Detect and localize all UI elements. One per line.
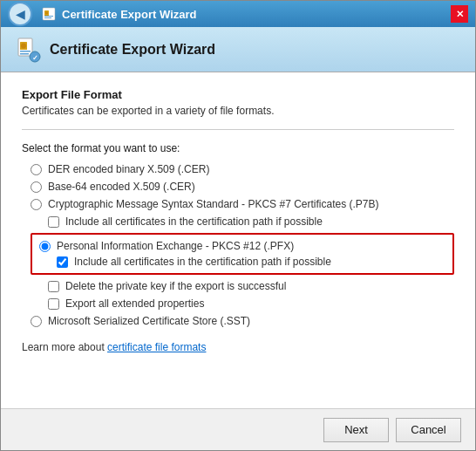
- label-delete-key: Delete the private key if the export is …: [65, 280, 286, 292]
- svg-rect-8: [20, 51, 31, 52]
- certificate-export-wizard-window: ◀ Certificate Export Wizard ✕ ✓ Certific…: [0, 0, 476, 451]
- radio-pkcs7[interactable]: [31, 199, 42, 210]
- checkbox-delete-key[interactable]: [48, 281, 59, 292]
- wizard-content: Export File Format Certificates can be e…: [1, 72, 475, 408]
- checkbox-include-pfx[interactable]: [57, 256, 68, 268]
- options-list: DER encoded binary X.509 (.CER) Base-64 …: [31, 163, 454, 327]
- label-base64: Base-64 encoded X.509 (.CER): [48, 181, 195, 193]
- svg-rect-3: [44, 16, 53, 17]
- label-export-extended: Export all extended properties: [65, 297, 204, 310]
- svg-text:✓: ✓: [32, 54, 38, 62]
- radio-pfx[interactable]: [39, 241, 51, 252]
- label-pfx: Personal Information Exchange - PKCS #12…: [57, 240, 294, 252]
- label-sst: Microsoft Serialized Certificate Store (…: [48, 315, 250, 327]
- select-label: Select the format you want to use:: [22, 142, 454, 154]
- wizard-header-title: Certificate Export Wizard: [50, 42, 215, 58]
- option-delete-key: Delete the private key if the export is …: [48, 280, 454, 292]
- certificate-formats-link[interactable]: certificate file formats: [107, 341, 206, 353]
- option-sst: Microsoft Serialized Certificate Store (…: [31, 315, 454, 327]
- learn-more-section: Learn more about certificate file format…: [22, 341, 454, 353]
- wizard-title-icon: [41, 6, 57, 22]
- option-pfx: Personal Information Exchange - PKCS #12…: [39, 240, 445, 252]
- svg-rect-4: [44, 17, 51, 18]
- next-button[interactable]: Next: [323, 418, 389, 442]
- wizard-footer: Next Cancel: [1, 408, 475, 450]
- header-bar: ✓ Certificate Export Wizard: [1, 27, 475, 72]
- option-der: DER encoded binary X.509 (.CER): [31, 163, 454, 175]
- back-button[interactable]: ◀: [8, 2, 32, 26]
- cancel-button[interactable]: Cancel: [396, 418, 461, 442]
- label-pkcs7: Cryptographic Message Syntax Standard - …: [48, 198, 379, 210]
- radio-base64[interactable]: [31, 181, 42, 193]
- section-desc: Certificates can be exported in a variet…: [22, 105, 454, 117]
- window-title: Certificate Export Wizard: [62, 8, 451, 21]
- label-include-pfx: Include all certificates in the certific…: [74, 256, 331, 268]
- highlighted-pfx-group: Personal Information Exchange - PKCS #12…: [31, 233, 454, 275]
- option-export-extended: Export all extended properties: [48, 297, 454, 310]
- option-base64: Base-64 encoded X.509 (.CER): [31, 181, 454, 193]
- learn-more-text: Learn more about: [22, 341, 107, 353]
- radio-sst[interactable]: [31, 316, 42, 327]
- svg-rect-9: [20, 53, 29, 55]
- option-include-certs-pkcs7: Include all certificates in the certific…: [48, 215, 454, 228]
- checkbox-export-extended[interactable]: [48, 298, 59, 310]
- section-divider: [22, 129, 454, 130]
- title-bar: ◀ Certificate Export Wizard ✕: [1, 1, 475, 27]
- option-pkcs7: Cryptographic Message Syntax Standard - …: [31, 198, 454, 210]
- close-button[interactable]: ✕: [451, 5, 468, 23]
- svg-point-7: [21, 43, 26, 48]
- header-cert-icon: ✓: [15, 36, 43, 64]
- svg-point-2: [45, 12, 48, 15]
- radio-der[interactable]: [31, 164, 42, 175]
- option-include-certs-pfx: Include all certificates in the certific…: [57, 256, 445, 268]
- label-der: DER encoded binary X.509 (.CER): [48, 163, 209, 175]
- label-include-pkcs7: Include all certificates in the certific…: [65, 215, 323, 228]
- section-title: Export File Format: [22, 88, 454, 101]
- checkbox-include-pkcs7[interactable]: [48, 216, 59, 228]
